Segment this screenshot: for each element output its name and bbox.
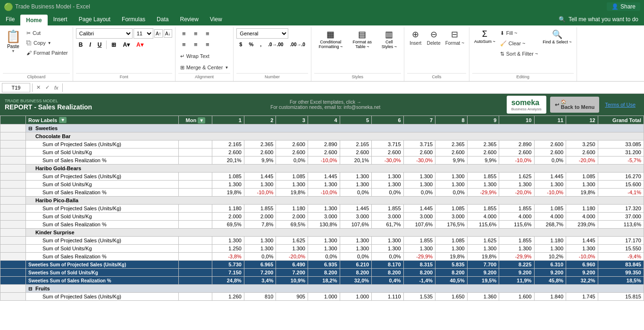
- app-icon: 🟢: [4, 2, 13, 11]
- list-item: Sum of Sales Realization % 19,8% -10,0% …: [0, 189, 644, 197]
- number-group: General $ % , .0→.00 .00→.0 Number: [234, 27, 311, 81]
- menu-view[interactable]: View: [204, 13, 228, 25]
- share-button[interactable]: 👤 Share: [607, 2, 640, 11]
- font-decrease-button[interactable]: A↓: [164, 29, 172, 38]
- clipboard-group: 📋 Paste ▼ ✂ Cut ⿻ Copy ▼ 🖌 Format Painte…: [0, 27, 73, 81]
- menu-search[interactable]: 🔍 Tell me what you want to do: [553, 13, 644, 25]
- list-item: Sum of Sales Realization % -3,8% 0,0% -2…: [0, 253, 644, 261]
- list-item: Sum of Projected Sales (Units/Kg) 2.165 …: [0, 140, 644, 148]
- border-button[interactable]: ⊞: [109, 41, 119, 49]
- font-increase-button[interactable]: A↑: [154, 29, 163, 38]
- align-top-right-button[interactable]: ≡: [202, 28, 213, 39]
- copy-button[interactable]: ⿻ Copy ▼: [25, 38, 70, 48]
- menu-page-layout[interactable]: Page Layout: [73, 13, 116, 25]
- col-header-mon: Mon ▼: [179, 116, 212, 124]
- sort-filter-button[interactable]: ⇅ Sort & Filter ~: [498, 49, 540, 58]
- align-top-center-button[interactable]: ≡: [190, 28, 201, 39]
- list-item: ⊟ Sweeties: [0, 124, 644, 132]
- formula-bar: T19 ✕ ✓ fx: [0, 82, 644, 94]
- title-bar-left: 🟢 Trade Business Model - Excel: [4, 2, 90, 11]
- autosum-button[interactable]: Σ AutoSum ~: [472, 28, 497, 45]
- decrease-decimal-button[interactable]: .00→.0: [287, 41, 308, 48]
- title-bar: 🟢 Trade Business Model - Excel 👤 Share: [0, 0, 644, 13]
- header-center: For other Excel templates, click → For c…: [146, 94, 505, 116]
- merge-icon: ⊞: [180, 65, 184, 71]
- col-header-10: 10: [499, 116, 534, 124]
- format-as-table-button[interactable]: ▤ Format as Table ~: [348, 28, 376, 50]
- format-painter-button[interactable]: 🖌 Format Painter: [25, 48, 70, 58]
- format-button[interactable]: ⊟ Format ~: [443, 28, 466, 47]
- align-right-button[interactable]: ≡: [202, 39, 213, 50]
- insert-icon: ⊕: [412, 29, 419, 40]
- copy-icon: ⿻: [26, 40, 32, 46]
- confirm-formula-button[interactable]: ✓: [43, 83, 51, 91]
- list-item: Sweeties Sum of Projected Sales (Units/K…: [0, 261, 644, 269]
- increase-decimal-button[interactable]: .0→.00: [265, 41, 286, 48]
- list-item: Sum of Projected Sales (Units/Kg) 1.180 …: [0, 205, 644, 213]
- percent-button[interactable]: %: [246, 41, 256, 48]
- menu-formulas[interactable]: Formulas: [116, 13, 151, 25]
- sort-icon: ⇅: [500, 51, 504, 57]
- cell-reference-input[interactable]: T19: [2, 83, 30, 92]
- underline-button[interactable]: U: [95, 41, 105, 49]
- comma-button[interactable]: ,: [257, 41, 264, 48]
- number-format-select[interactable]: General: [236, 28, 288, 39]
- clear-icon: 🧹: [500, 41, 507, 47]
- insert-function-button[interactable]: fx: [52, 84, 60, 91]
- header-subtitle: TRADE BUSINESS MODEL: [5, 99, 146, 103]
- merge-center-button[interactable]: ⊞ Merge & Center ▼: [178, 63, 231, 72]
- fill-color-button[interactable]: A▾: [120, 41, 133, 49]
- insert-button[interactable]: ⊕ Insert: [407, 28, 424, 47]
- italic-button[interactable]: I: [86, 41, 93, 49]
- format-icon: ⊟: [451, 29, 458, 40]
- back-to-menu-button[interactable]: ↩ 🏠 Back to Menu: [550, 97, 600, 113]
- col-header-3: 3: [276, 116, 308, 124]
- cell-styles-icon: ▥: [385, 29, 393, 40]
- menu-file[interactable]: File: [0, 13, 20, 25]
- col-header-2: 2: [244, 116, 276, 124]
- clear-button[interactable]: 🧹 Clear ~: [498, 39, 540, 48]
- list-item: Sum of Sales Realization % 69,5% 7,8% 69…: [0, 221, 644, 229]
- menu-home[interactable]: Home: [20, 15, 47, 25]
- cut-button[interactable]: ✂ Cut: [25, 28, 70, 38]
- menu-data[interactable]: Data: [151, 13, 174, 25]
- col-header-12: 12: [566, 116, 598, 124]
- formula-input[interactable]: [65, 85, 642, 91]
- list-item: Sum of Projected Sales (Units/Kg) 1.260 …: [0, 293, 644, 301]
- currency-button[interactable]: $: [236, 41, 245, 48]
- align-middle-left-button[interactable]: ≡: [178, 39, 190, 50]
- alignment-group: ≡ ≡ ≡ ≡ ≡ ≡ ↵ Wrap Text ⊞ Merge & Center…: [176, 27, 234, 81]
- menu-insert[interactable]: Insert: [48, 13, 73, 25]
- editing-group: Σ AutoSum ~ ⬇ Fill ~ 🧹 Clear ~ ⇅ Sort & …: [469, 27, 577, 81]
- fill-button[interactable]: ⬇ Fill ~: [498, 28, 540, 38]
- share-icon: 👤: [611, 3, 619, 10]
- menu-review[interactable]: Review: [174, 13, 204, 25]
- bold-button[interactable]: B: [76, 41, 86, 49]
- format-table-icon: ▤: [358, 29, 366, 40]
- divider: [106, 41, 107, 49]
- list-item: Sum of Sales Realization % 20,1% 9,9% 0,…: [0, 157, 644, 165]
- back-icon: ↩: [555, 102, 559, 108]
- cancel-formula-button[interactable]: ✕: [34, 83, 42, 91]
- list-item: Sweeties Sum of Sales Realization % 24,8…: [0, 277, 644, 285]
- wrap-text-button[interactable]: ↵ Wrap Text: [178, 51, 211, 61]
- search-icon: 🔍: [559, 16, 566, 23]
- spreadsheet-container[interactable]: Row Labels ▼ Mon ▼ 1 2 3 4 5 6 7 8 9 10 …: [0, 116, 644, 330]
- col-header-grand-total: Grand Total: [598, 116, 644, 124]
- cell-styles-button[interactable]: ▥ Cell Styles ~: [377, 28, 401, 50]
- list-item: Sum of Sold Units/Kg 1.300 1.300 1.300 1…: [0, 181, 644, 189]
- terms-of-use-link[interactable]: Terms of Use: [601, 94, 639, 116]
- list-item: Sweeties Sum of Sold Units/Kg 7.150 7.20…: [0, 269, 644, 277]
- header-logo: someka Business Analysis: [507, 96, 546, 114]
- conditional-formatting-button[interactable]: ▦ Conditional Formatting ~: [314, 28, 347, 50]
- font-name-select[interactable]: Calibri: [76, 28, 133, 39]
- find-select-button[interactable]: 🔍 Find & Select ~: [541, 28, 573, 45]
- delete-button[interactable]: ⊖ Delete: [425, 28, 443, 47]
- font-size-select[interactable]: 11: [134, 28, 153, 39]
- col-header-8: 8: [435, 116, 468, 124]
- paste-button[interactable]: 📋 Paste ▼: [3, 28, 24, 54]
- list-item: Sum of Projected Sales (Units/Kg) 1.085 …: [0, 173, 644, 181]
- align-top-left-button[interactable]: ≡: [178, 28, 190, 39]
- align-center-button[interactable]: ≡: [190, 39, 201, 50]
- font-color-button[interactable]: A▾: [134, 41, 146, 49]
